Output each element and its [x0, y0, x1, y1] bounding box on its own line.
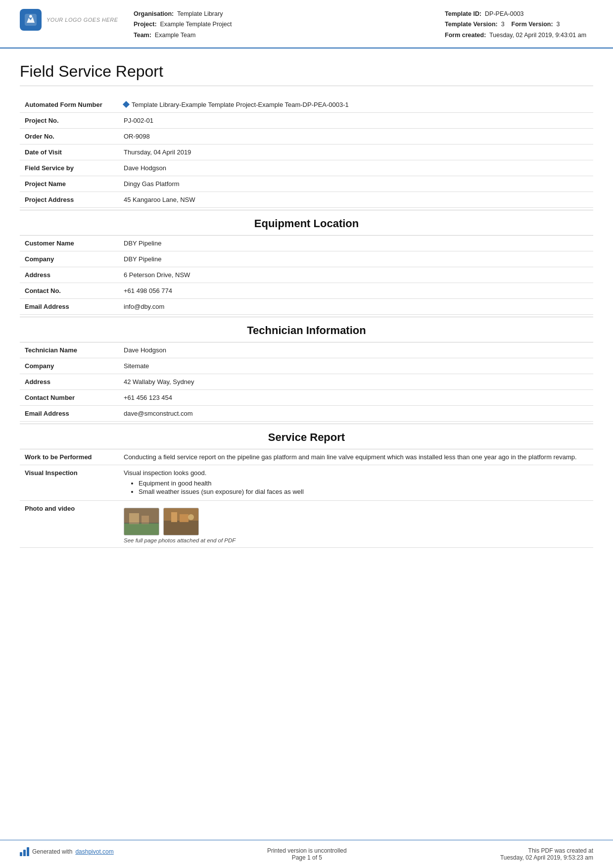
field-value: PJ-002-01	[119, 112, 593, 128]
table-row: CompanySitemate	[20, 358, 593, 374]
project-label: Project:	[134, 21, 157, 28]
footer-left: Generated with dashpivot.com	[20, 847, 114, 856]
field-label: Date of Visit	[20, 144, 119, 160]
dashpivot-link[interactable]: dashpivot.com	[75, 848, 113, 855]
technician-table: Technician NameDave HodgsonCompanySitema…	[20, 342, 593, 422]
field-label: Project No.	[20, 112, 119, 128]
field-label: Address	[20, 267, 119, 283]
svg-point-11	[188, 514, 194, 520]
header-versions: Template Version: 3 Form Version: 3	[445, 19, 593, 30]
field-label: Email Address	[20, 405, 119, 421]
table-row: Automated Form Number Template Library-E…	[20, 97, 593, 113]
footer-pdf-created: This PDF was created at	[500, 847, 593, 854]
header: YOUR LOGO GOES HERE Organisation: Templa…	[0, 0, 613, 48]
list-item: Small weather issues (sun exposure) for …	[139, 488, 588, 495]
svg-rect-10	[180, 514, 189, 522]
header-org: Organisation: Template Library	[134, 9, 430, 19]
page: YOUR LOGO GOES HERE Organisation: Templa…	[0, 0, 613, 868]
bar-3	[27, 847, 29, 856]
template-version-label: Template Version:	[445, 21, 498, 28]
table-row: Project No.PJ-002-01	[20, 112, 593, 128]
field-value: Sitemate	[119, 358, 593, 374]
field-value: DBY Pipeline	[119, 236, 593, 251]
table-row: Order No.OR-9098	[20, 128, 593, 144]
field-label: Field Service by	[20, 160, 119, 176]
field-value: Thursday, 04 April 2019	[119, 144, 593, 160]
table-row: Technician NameDave Hodgson	[20, 342, 593, 358]
footer: Generated with dashpivot.com Printed ver…	[0, 840, 613, 868]
field-value: info@dby.com	[119, 298, 593, 314]
field-label: Customer Name	[20, 236, 119, 251]
photo-thumbnail-1	[124, 508, 159, 535]
table-row: Contact No.+61 498 056 774	[20, 283, 593, 298]
table-row: Photo and videoSee full page photos atta…	[20, 500, 593, 547]
field-label: Email Address	[20, 298, 119, 314]
field-value: 42 Wallaby Way, Sydney	[119, 374, 593, 389]
photo-thumbnail-2	[163, 508, 199, 535]
field-label: Contact Number	[20, 389, 119, 405]
field-value: OR-9098	[119, 128, 593, 144]
header-team: Team: Example Team	[134, 30, 430, 41]
table-row: CompanyDBY Pipeline	[20, 251, 593, 267]
table-row: Email Addressdave@smconstruct.com	[20, 405, 593, 421]
table-row: Project Address45 Kangaroo Lane, NSW	[20, 192, 593, 207]
logo-icon	[20, 9, 42, 31]
photo-caption: See full page photos attached at end of …	[124, 537, 588, 543]
bar-2	[23, 850, 26, 856]
service-report-header: Service Report	[20, 424, 593, 449]
svg-point-1	[29, 15, 32, 18]
field-value: Visual inspection looks good.Equipment i…	[119, 465, 593, 500]
form-version-value: 3	[557, 21, 560, 28]
template-version-value: 3	[501, 21, 505, 28]
footer-center: Printed version is uncontrolled Page 1 o…	[267, 847, 347, 861]
table-row: Email Addressinfo@dby.com	[20, 298, 593, 314]
technician-section-header: Technician Information	[20, 317, 593, 342]
table-row: Field Service byDave Hodgson	[20, 160, 593, 176]
field-value: +61 456 123 454	[119, 389, 593, 405]
table-row: Visual InspectionVisual inspection looks…	[20, 465, 593, 500]
diamond-icon	[123, 101, 130, 108]
bar-chart-icon	[20, 847, 29, 856]
svg-rect-3	[124, 523, 159, 535]
header-center: Organisation: Template Library Project: …	[134, 9, 430, 41]
field-label: Address	[20, 374, 119, 389]
header-right: Template ID: DP-PEA-0003 Template Versio…	[445, 9, 593, 41]
field-label: Contact No.	[20, 283, 119, 298]
field-label: Visual Inspection	[20, 465, 119, 500]
header-project: Project: Example Template Project	[134, 19, 430, 30]
generated-text: Generated with	[32, 848, 72, 855]
form-created-value: Tuesday, 02 April 2019, 9:43:01 am	[489, 32, 586, 39]
footer-right: This PDF was created at Tuesday, 02 Apri…	[500, 847, 593, 861]
field-value: Dave Hodgson	[119, 342, 593, 358]
table-row: Address42 Wallaby Way, Sydney	[20, 374, 593, 389]
footer-pdf-date: Tuesday, 02 April 2019, 9:53:23 am	[500, 854, 593, 861]
field-value: dave@smconstruct.com	[119, 405, 593, 421]
team-label: Team:	[134, 32, 151, 39]
field-label: Company	[20, 251, 119, 267]
table-row: Project NameDingy Gas Platform	[20, 176, 593, 192]
team-value: Example Team	[155, 32, 195, 39]
svg-rect-9	[171, 512, 177, 522]
field-value: Conducting a field service report on the…	[119, 449, 593, 465]
org-value: Template Library	[177, 10, 223, 17]
field-value: DBY Pipeline	[119, 251, 593, 267]
footer-uncontrolled: Printed version is uncontrolled	[267, 847, 347, 854]
field-value: 45 Kangaroo Lane, NSW	[119, 192, 593, 207]
page-title: Field Service Report	[20, 62, 593, 86]
field-value: Dingy Gas Platform	[119, 176, 593, 192]
table-row: Work to be PerformedConducting a field s…	[20, 449, 593, 465]
list-item: Equipment in good health	[139, 480, 588, 487]
bar-1	[20, 852, 22, 856]
form-created-label: Form created:	[445, 32, 486, 39]
equipment-location-header: Equipment Location	[20, 210, 593, 236]
logo-box: YOUR LOGO GOES HERE	[20, 9, 119, 31]
bullet-list: Equipment in good healthSmall weather is…	[139, 480, 588, 495]
table-row: Address6 Peterson Drive, NSW	[20, 267, 593, 283]
project-value: Example Template Project	[160, 21, 232, 28]
org-label: Organisation:	[134, 10, 174, 17]
field-label: Work to be Performed	[20, 449, 119, 465]
field-label: Order No.	[20, 128, 119, 144]
field-value: See full page photos attached at end of …	[119, 500, 593, 547]
field-label: Project Address	[20, 192, 119, 207]
svg-rect-5	[141, 516, 149, 524]
